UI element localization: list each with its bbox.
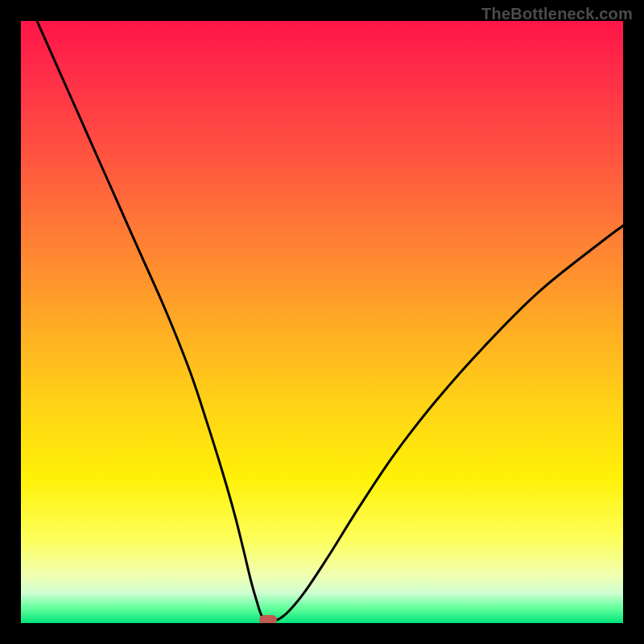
minimum-marker [259,615,277,624]
background-gradient [21,21,623,623]
watermark-text: TheBottleneck.com [481,5,633,23]
plot-area [21,21,623,623]
chart-frame: TheBottleneck.com [0,0,644,644]
